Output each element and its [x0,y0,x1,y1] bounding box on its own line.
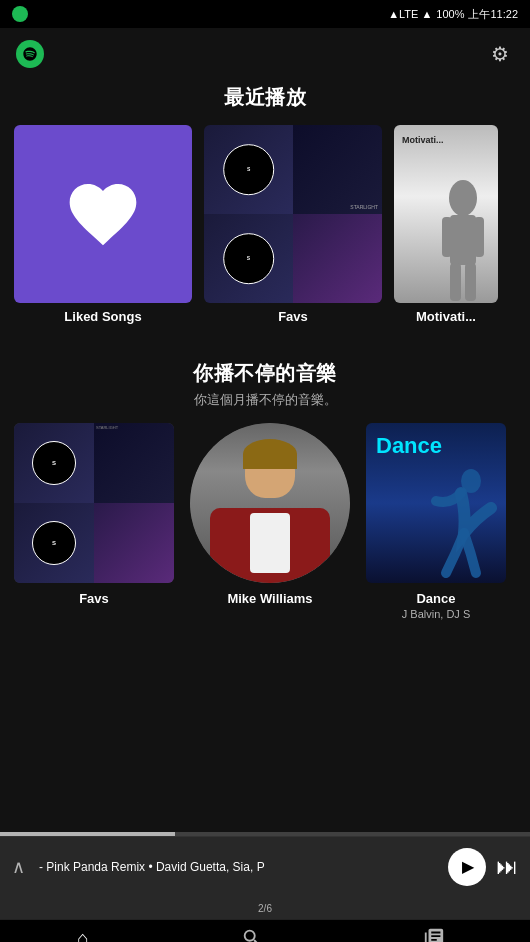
main-scroll: ⚙ 最近播放 Liked Songs S [0,28,530,832]
favs-label: Favs [278,309,308,324]
nav-library[interactable]: Your Library [391,923,477,942]
recent-title: 最近播放 [0,84,530,111]
recommend-section: 你播不停的音樂 你這個月播不停的音樂。 S STARLIGHT S [0,360,530,620]
recommend-favs-label: Favs [79,591,109,606]
recommend-dance-sublabel: J Balvin, DJ S [402,608,470,620]
play-button[interactable]: ▶ [448,848,486,886]
play-icon: ▶ [462,857,474,876]
progress-bar[interactable] [0,832,530,836]
page-indicator: 2/6 [258,903,272,914]
recent-item-favs[interactable]: S STARLIGHT S [204,125,382,324]
now-playing-bar[interactable]: ∧ - Pink Panda Remix • David Guetta, Sia… [0,836,530,896]
recommend-subtitle: 你這個月播不停的音樂。 [0,391,530,409]
recommend-row: S STARLIGHT S Favs [14,423,516,620]
motivation-label: Motivati... [416,309,476,324]
nav-home[interactable]: ⌂ Home [54,923,113,943]
recommend-scroll: S STARLIGHT S Favs [0,423,530,620]
svg-rect-2 [442,217,452,257]
recommend-dance-label: Dance [416,591,455,606]
progress-fill [0,832,175,836]
header: ⚙ [0,28,530,72]
skip-button[interactable]: ⏭ [496,854,518,880]
recent-section: 最近播放 Liked Songs S [0,84,530,324]
recommend-mike[interactable]: Mike Williams [190,423,350,620]
svg-rect-5 [465,263,476,301]
recommend-favs[interactable]: S STARLIGHT S Favs [14,423,174,620]
collapse-button[interactable]: ∧ [12,856,25,878]
motivation-figure [428,173,498,303]
recommend-mike-label: Mike Williams [227,591,312,606]
recent-item-liked-songs[interactable]: Liked Songs [14,125,192,324]
network-indicator: ▲LTE ▲ [388,8,432,20]
time-display: 上午11:22 [468,7,518,22]
liked-songs-label: Liked Songs [64,309,141,324]
heart-icon [63,174,143,254]
status-bar: ▲LTE ▲ 100% 上午11:22 [0,0,530,28]
spotify-logo-small [12,6,28,22]
battery-indicator: 100% [436,8,464,20]
recommend-dance[interactable]: Dance Dance J Balvin, DJ S [366,423,506,620]
dancer-silhouette [416,463,506,583]
recent-items-row: Liked Songs S STARLIGHT [0,125,530,324]
recent-item-motivation[interactable]: Motivati... Motivati... [394,125,498,324]
home-icon: ⌂ [77,927,89,943]
recommend-title: 你播不停的音樂 [0,360,530,387]
page-indicator-bar: 2/6 [0,896,530,919]
library-icon [423,927,445,942]
search-icon [241,927,263,942]
svg-rect-4 [450,263,461,301]
spotify-logo[interactable] [16,40,44,68]
bottom-nav: ⌂ Home Search Your Library [0,919,530,942]
nav-search[interactable]: Search [220,923,284,942]
now-playing-text: - Pink Panda Remix • David Guetta, Sia, … [39,860,438,874]
svg-point-0 [449,180,477,216]
svg-rect-1 [450,215,476,265]
svg-rect-3 [474,217,484,257]
settings-button[interactable]: ⚙ [486,40,514,68]
